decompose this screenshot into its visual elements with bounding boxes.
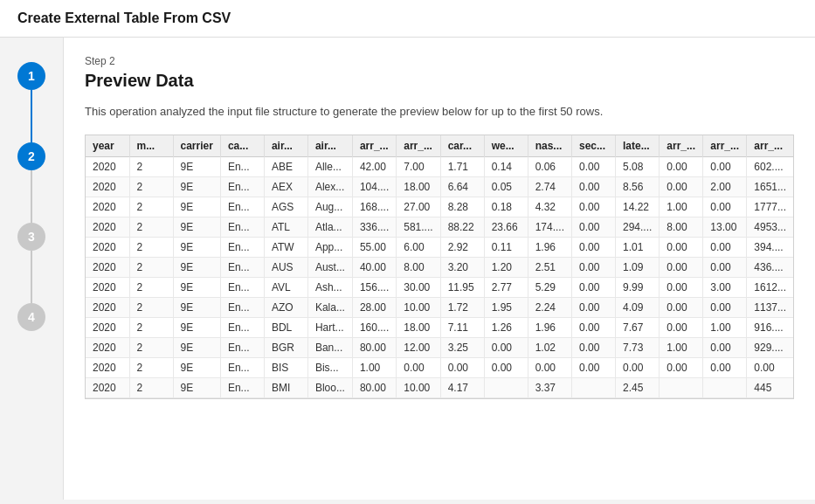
table-cell xyxy=(571,377,615,397)
table-cell: 174.... xyxy=(528,217,571,237)
data-table-wrapper[interactable]: yearm...carrierca...air...air...arr_...a… xyxy=(85,135,794,399)
table-cell xyxy=(703,377,747,397)
table-cell: 4.09 xyxy=(615,297,659,317)
table-cell: 42.00 xyxy=(352,156,396,176)
table-cell: 160.... xyxy=(352,317,396,337)
table-cell: 0.00 xyxy=(571,317,615,337)
table-cell: AEX xyxy=(264,176,307,197)
table-cell: 0.00 xyxy=(703,197,747,217)
table-cell: 2.92 xyxy=(440,237,484,257)
table-cell: 1.01 xyxy=(615,237,659,257)
table-cell: 156.... xyxy=(352,277,396,297)
table-cell: 0.00 xyxy=(571,257,615,277)
table-cell: 0.11 xyxy=(484,237,528,257)
table-cell: 9E xyxy=(173,377,220,397)
step-1: 1 xyxy=(17,62,45,142)
table-cell: 1.00 xyxy=(352,357,396,377)
step-line-3-4 xyxy=(31,251,32,303)
table-row: 202029EEn...AEXAlex...104....18.006.640.… xyxy=(86,176,794,197)
table-cell: Aug... xyxy=(307,197,352,217)
table-col-header: arr_... xyxy=(747,135,794,157)
table-cell: ATL xyxy=(264,217,307,237)
table-cell: 30.00 xyxy=(397,277,440,297)
table-cell: 9.99 xyxy=(615,277,659,297)
table-cell: En... xyxy=(220,156,264,176)
table-col-header: carrier xyxy=(173,135,220,157)
table-cell: En... xyxy=(220,257,264,277)
table-cell: 2 xyxy=(129,176,173,197)
table-cell: En... xyxy=(220,277,264,297)
table-cell: 2 xyxy=(129,317,173,337)
table-cell: BMI xyxy=(264,377,307,397)
table-cell: 1.09 xyxy=(615,257,659,277)
table-cell: 6.64 xyxy=(440,176,484,197)
table-cell: 1.20 xyxy=(484,257,528,277)
table-cell: AUS xyxy=(264,257,307,277)
table-cell: 10.00 xyxy=(397,297,440,317)
step-2-circle: 2 xyxy=(17,142,45,170)
table-cell: 2 xyxy=(129,357,173,377)
table-cell: Bis... xyxy=(307,357,352,377)
table-cell: 0.00 xyxy=(703,357,747,377)
table-cell: 3.25 xyxy=(440,337,484,357)
table-cell: AGS xyxy=(264,197,307,217)
table-cell: 0.00 xyxy=(747,357,794,377)
table-cell: 2.00 xyxy=(703,176,747,197)
table-cell: BDL xyxy=(264,317,307,337)
table-cell: 2 xyxy=(129,217,173,237)
stepper: 1 2 3 4 xyxy=(0,38,63,500)
table-cell: 2020 xyxy=(86,257,129,277)
table-col-header: late... xyxy=(615,135,659,157)
table-cell: Atla... xyxy=(307,217,352,237)
table-cell: 2020 xyxy=(86,176,129,197)
table-cell: 0.00 xyxy=(440,357,484,377)
table-row: 202029EEn...BDLHart...160....18.007.111.… xyxy=(86,317,794,337)
table-row: 202029EEn...AVLAsh...156....30.0011.952.… xyxy=(86,277,794,297)
table-cell: 0.00 xyxy=(660,176,703,197)
table-row: 202029EEn...AZOKala...28.0010.001.721.95… xyxy=(86,297,794,317)
table-cell: 80.00 xyxy=(352,337,396,357)
app-title: Create External Table From CSV xyxy=(17,10,231,25)
table-cell: 2 xyxy=(129,197,173,217)
table-cell: 0.00 xyxy=(571,197,615,217)
table-cell: 9E xyxy=(173,156,220,176)
table-row: 202029EEn...ATLAtla...336....581....88.2… xyxy=(86,217,794,237)
table-col-header: we... xyxy=(484,135,528,157)
table-cell: En... xyxy=(220,377,264,397)
table-row: 202029EEn...BISBis...1.000.000.000.000.0… xyxy=(86,357,794,377)
table-cell: 1137... xyxy=(747,297,794,317)
table-cell: 18.00 xyxy=(397,317,440,337)
table-cell: 602.... xyxy=(747,156,794,176)
table-cell: 0.00 xyxy=(660,277,703,297)
table-row: 202029EEn...BGRBan...80.0012.003.250.001… xyxy=(86,337,794,357)
table-cell: 23.66 xyxy=(484,217,528,237)
table-cell: 3.20 xyxy=(440,257,484,277)
table-cell: En... xyxy=(220,197,264,217)
table-cell: En... xyxy=(220,217,264,237)
table-cell: 2020 xyxy=(86,156,129,176)
table-cell: 1.96 xyxy=(528,317,571,337)
table-cell: 0.00 xyxy=(660,357,703,377)
table-cell: 0.00 xyxy=(660,156,703,176)
table-cell: Hart... xyxy=(307,317,352,337)
table-cell: 2.77 xyxy=(484,277,528,297)
table-cell: 9E xyxy=(173,317,220,337)
section-title: Preview Data xyxy=(85,71,794,91)
table-cell: 7.00 xyxy=(397,156,440,176)
table-cell: 9E xyxy=(173,237,220,257)
data-table: yearm...carrierca...air...air...arr_...a… xyxy=(86,135,794,398)
table-cell: 2 xyxy=(129,257,173,277)
table-cell: 9E xyxy=(173,277,220,297)
table-cell: AVL xyxy=(264,277,307,297)
table-cell: Ban... xyxy=(307,337,352,357)
table-cell: 0.00 xyxy=(571,217,615,237)
step-line-2-3 xyxy=(31,170,32,223)
table-cell: 929.... xyxy=(747,337,794,357)
table-cell: 0.00 xyxy=(571,237,615,257)
table-cell: 0.14 xyxy=(484,156,528,176)
description: This operation analyzed the input file s… xyxy=(85,103,794,121)
table-cell: Alex... xyxy=(307,176,352,197)
table-cell: 168.... xyxy=(352,197,396,217)
table-cell: 2020 xyxy=(86,317,129,337)
table-cell: 1.71 xyxy=(440,156,484,176)
